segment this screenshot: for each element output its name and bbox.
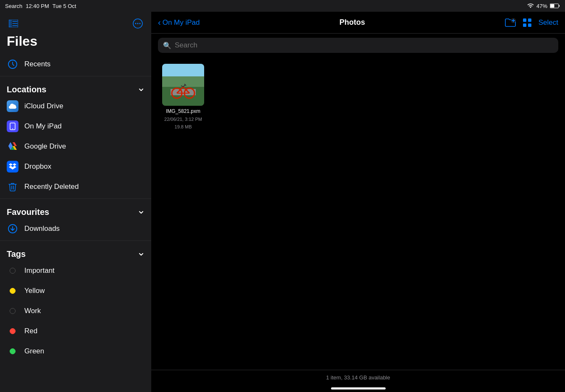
- tag-yellow-dot-container: [7, 285, 18, 297]
- tags-chevron-icon[interactable]: [138, 251, 145, 258]
- file-grid: IMG_5821.pxm 22/06/21, 3:12 PM 19.8 MB: [151, 57, 565, 370]
- locations-section-header: Locations: [0, 78, 151, 96]
- main-container: Files Recents Locations: [0, 12, 565, 392]
- tag-red-label: Red: [24, 327, 37, 335]
- sidebar-item-dropbox[interactable]: Dropbox: [0, 157, 151, 177]
- content-actions: Select: [505, 18, 558, 27]
- svg-rect-27: [528, 18, 531, 22]
- svg-rect-3: [9, 20, 12, 27]
- tag-red-dot-container: [7, 325, 18, 337]
- svg-rect-33: [171, 89, 196, 95]
- locations-chevron-icon[interactable]: [138, 86, 145, 93]
- sidebar-item-tag-work[interactable]: Work: [0, 301, 151, 321]
- sidebar-item-icloud-drive[interactable]: iCloud Drive: [0, 96, 151, 116]
- svg-rect-26: [523, 18, 526, 22]
- grid-view-button[interactable]: [523, 18, 532, 27]
- search-label: Search: [5, 3, 22, 9]
- tag-important-label: Important: [24, 267, 55, 275]
- status-right: 47%: [527, 3, 560, 9]
- svg-marker-17: [13, 163, 16, 166]
- sidebar-item-downloads[interactable]: Downloads: [0, 219, 151, 239]
- svg-point-10: [137, 23, 139, 24]
- sidebar-item-recents[interactable]: Recents: [0, 54, 151, 74]
- tags-section-header: Tags: [0, 243, 151, 261]
- back-label: On My iPad: [163, 18, 200, 27]
- file-item[interactable]: IMG_5821.pxm 22/06/21, 3:12 PM 19.8 MB: [158, 64, 208, 129]
- content-area: ‹ On My iPad Photos: [151, 12, 565, 392]
- svg-rect-28: [523, 24, 526, 27]
- svg-marker-16: [9, 163, 13, 166]
- search-input[interactable]: [175, 41, 553, 50]
- locations-title: Locations: [7, 85, 46, 94]
- sidebar-header: [0, 12, 151, 32]
- wifi-icon: [527, 3, 534, 8]
- content-footer: 1 item, 33.14 GB available: [151, 370, 565, 385]
- home-indicator: [151, 385, 565, 392]
- select-button[interactable]: Select: [539, 18, 558, 27]
- dropbox-icon: [7, 161, 18, 172]
- footer-text: 1 item, 33.14 GB available: [326, 374, 390, 381]
- tag-work-dot: [10, 308, 16, 314]
- tag-important-dot-container: [7, 265, 18, 277]
- file-preview-image: [162, 64, 204, 106]
- more-options-button[interactable]: [131, 17, 145, 30]
- google-drive-label: Google Drive: [24, 142, 66, 151]
- sidebar-item-recently-deleted[interactable]: Recently Deleted: [0, 177, 151, 197]
- icloud-icon: [7, 100, 18, 112]
- dropbox-label: Dropbox: [24, 162, 51, 171]
- tag-work-label: Work: [24, 307, 41, 315]
- svg-rect-29: [528, 24, 531, 27]
- sidebar-item-tag-important[interactable]: Important: [0, 261, 151, 281]
- svg-rect-1: [550, 4, 554, 8]
- sidebar-toggle-button[interactable]: [7, 17, 20, 30]
- tag-red-dot: [10, 328, 16, 334]
- sidebar-item-tag-green[interactable]: Green: [0, 341, 151, 361]
- sidebar-item-tag-red[interactable]: Red: [0, 321, 151, 341]
- svg-point-14: [12, 128, 13, 129]
- sidebar-item-google-drive[interactable]: Google Drive: [0, 136, 151, 157]
- search-bar[interactable]: 🔍: [158, 38, 558, 53]
- svg-rect-2: [559, 5, 560, 7]
- on-my-ipad-label: On My iPad: [24, 122, 62, 131]
- sidebar-title: Files: [0, 32, 151, 54]
- status-time: 12:40 PM: [26, 3, 49, 9]
- downloads-icon: [7, 223, 18, 235]
- home-bar: [331, 387, 386, 389]
- divider-2: [0, 199, 151, 199]
- recents-icon: [7, 58, 18, 70]
- sidebar-item-tag-yellow[interactable]: Yellow: [0, 281, 151, 301]
- favourites-title: Favourites: [7, 207, 49, 217]
- status-left: Search 12:40 PM Tue 5 Oct: [5, 3, 76, 9]
- status-date: Tue 5 Oct: [53, 3, 76, 9]
- file-thumbnail: [162, 64, 204, 106]
- svg-rect-31: [162, 76, 204, 87]
- favourites-chevron-icon[interactable]: [138, 209, 145, 216]
- back-button[interactable]: ‹ On My iPad: [158, 18, 200, 27]
- tag-green-dot: [10, 348, 16, 354]
- gdrive-icon: [7, 141, 18, 152]
- recents-label: Recents: [24, 60, 50, 68]
- ipad-icon: [7, 120, 18, 132]
- battery-icon: [550, 3, 560, 8]
- content-title: Photos: [339, 18, 365, 27]
- icloud-drive-label: iCloud Drive: [24, 102, 63, 110]
- tag-green-dot-container: [7, 345, 18, 357]
- tag-green-label: Green: [24, 347, 44, 355]
- svg-point-9: [135, 23, 137, 24]
- downloads-label: Downloads: [24, 225, 60, 233]
- trash-icon: [7, 181, 18, 193]
- tag-work-dot-container: [7, 305, 18, 317]
- battery-percent: 47%: [536, 3, 547, 9]
- tag-yellow-label: Yellow: [24, 287, 45, 295]
- search-icon: 🔍: [163, 42, 171, 50]
- divider-1: [0, 76, 151, 76]
- content-nav: ‹ On My iPad Photos: [151, 12, 565, 34]
- svg-point-11: [139, 23, 141, 24]
- sidebar-item-on-my-ipad[interactable]: On My iPad: [0, 116, 151, 136]
- file-size: 19.8 MB: [175, 124, 192, 129]
- file-name: IMG_5821.pxm: [166, 108, 200, 114]
- back-chevron-icon: ‹: [158, 18, 161, 27]
- tag-important-dot: [10, 268, 16, 274]
- recently-deleted-label: Recently Deleted: [24, 183, 79, 191]
- add-folder-button[interactable]: [505, 18, 516, 27]
